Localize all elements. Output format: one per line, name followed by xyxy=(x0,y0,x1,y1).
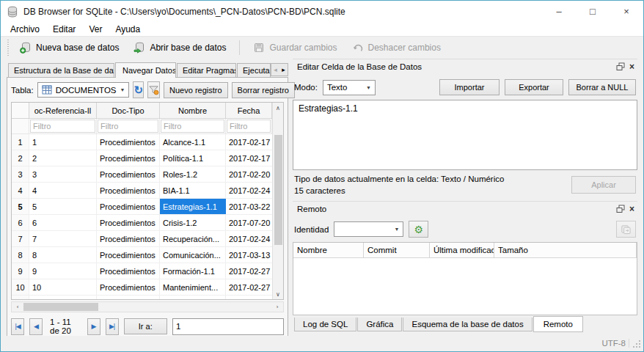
column-header-referencia[interactable]: oc-Referencia-Il xyxy=(29,103,97,118)
table-cell[interactable]: Mantenimient... xyxy=(160,279,226,295)
table-cell[interactable]: Política-1.1 xyxy=(160,150,226,166)
tab-estructura[interactable]: Estructura de la Base de datos xyxy=(8,63,114,77)
table-cell[interactable]: Procedimientos xyxy=(97,150,160,166)
column-header-nombre[interactable]: Nombre xyxy=(160,103,226,118)
row-number[interactable]: 1 xyxy=(12,134,29,150)
tab-scroll-right-icon[interactable]: ▸ xyxy=(279,64,288,76)
row-number[interactable]: 3 xyxy=(12,166,29,182)
export-button[interactable]: Exportar xyxy=(505,79,563,95)
tab-log-sql[interactable]: Log de SQL xyxy=(294,318,356,331)
tab-remoto[interactable]: Remoto xyxy=(533,316,583,332)
table-cell[interactable]: Procedimientos xyxy=(97,199,160,214)
next-page-button[interactable]: ▶ xyxy=(87,318,100,335)
vertical-scrollbar[interactable]: ∧ ∨ xyxy=(272,103,283,299)
horizontal-scroll-thumb[interactable] xyxy=(23,303,98,311)
row-number[interactable]: 6 xyxy=(12,215,29,230)
table-cell[interactable]: Comunicación... xyxy=(160,247,226,263)
menu-ayuda[interactable]: Ayuda xyxy=(109,23,147,36)
mode-select[interactable]: Texto ▼ xyxy=(323,80,376,95)
remote-column-commit[interactable]: Commit xyxy=(364,243,430,257)
table-cell[interactable]: 10 xyxy=(29,279,97,295)
table-select[interactable]: DOCUMENTOS ▼ xyxy=(37,82,130,98)
table-cell[interactable]: 5 xyxy=(29,199,97,214)
scroll-up-icon[interactable]: ∧ xyxy=(273,103,283,113)
table-cell[interactable]: Estrategias-1.1 xyxy=(160,199,226,214)
filter-input-fecha[interactable] xyxy=(227,120,271,133)
scroll-right-icon[interactable]: › xyxy=(271,302,283,312)
clear-filters-button[interactable] xyxy=(147,81,160,98)
column-header-fecha[interactable]: Fecha xyxy=(226,103,272,118)
horizontal-scrollbar[interactable]: ‹ › xyxy=(11,301,284,312)
remote-dock-title[interactable]: Remoto × xyxy=(293,201,637,216)
scroll-left-icon[interactable]: ‹ xyxy=(12,302,23,312)
table-cell[interactable]: 3 xyxy=(29,166,97,182)
vertical-scroll-thumb[interactable] xyxy=(274,135,282,245)
table-cell[interactable]: 2 xyxy=(29,150,97,166)
table-cell[interactable]: Procedimientos xyxy=(97,263,160,279)
table-cell[interactable]: Procedimientos xyxy=(97,279,160,295)
first-page-button[interactable]: |◀ xyxy=(11,318,24,335)
prev-page-button[interactable]: ◀ xyxy=(29,318,43,335)
row-number[interactable]: 2 xyxy=(12,150,29,166)
menu-archivo[interactable]: Archivo xyxy=(4,23,46,36)
table-cell[interactable]: 6 xyxy=(29,215,97,230)
table-cell[interactable]: Alcance-1.1 xyxy=(160,134,226,150)
table-cell[interactable]: BIA-1.1 xyxy=(160,183,226,198)
row-number[interactable]: 9 xyxy=(12,263,29,279)
goto-input[interactable] xyxy=(172,318,284,335)
row-number[interactable]: 10 xyxy=(12,279,29,295)
tab-editar-pragmas[interactable]: Editar Pragmas xyxy=(177,63,236,77)
new-database-button[interactable]: Nueva base de datos xyxy=(12,38,126,57)
table-row[interactable]: 77ProcedimientosRecuperación...2017-02-2… xyxy=(12,231,283,247)
table-cell[interactable]: Procedimientos xyxy=(97,215,160,230)
float-dock-icon[interactable] xyxy=(616,62,625,71)
remote-column-modificacion[interactable]: Última modificac xyxy=(430,243,494,257)
title-bar[interactable]: DB Browser for SQLite - C:\Users\yo\Docu… xyxy=(1,1,643,22)
filter-input-tipo[interactable] xyxy=(98,120,158,133)
table-row[interactable]: 33ProcedimientosRoles-1.22017-02-20 xyxy=(12,166,283,183)
last-page-button[interactable]: ▶| xyxy=(106,318,119,335)
set-null-button[interactable]: Borrar a NULL xyxy=(568,79,636,95)
table-row[interactable]: 99ProcedimientosFormación-1.12017-02-27 xyxy=(12,263,283,279)
table-row[interactable]: 22ProcedimientosPolítica-1.12017-02-17 xyxy=(12,150,283,166)
row-number[interactable]: 8 xyxy=(12,247,29,263)
table-cell[interactable]: 4 xyxy=(29,183,97,198)
tab-esquema[interactable]: Esquema de la base de datos xyxy=(403,318,532,331)
menu-editar[interactable]: Editar xyxy=(46,23,82,36)
import-button[interactable]: Importar xyxy=(439,79,500,95)
table-cell[interactable]: Procedimientos xyxy=(97,247,160,263)
column-header-tipo[interactable]: Doc-Tipo xyxy=(97,103,160,118)
table-cell[interactable]: Procedimientos xyxy=(97,166,160,182)
close-dock-icon[interactable]: × xyxy=(629,62,634,72)
cell-editor[interactable]: Estrategias-1.1 xyxy=(293,100,637,170)
new-record-button[interactable]: Nuevo registro xyxy=(164,82,228,98)
row-number[interactable]: 5 xyxy=(12,199,29,214)
float-dock-icon[interactable] xyxy=(616,205,625,213)
resize-grip[interactable] xyxy=(632,339,641,348)
identity-settings-button[interactable]: ⚙ xyxy=(409,221,428,238)
tab-grafica[interactable]: Gráfica xyxy=(357,318,402,331)
edit-cell-dock-title[interactable]: Editar Celda de la Base de Datos × xyxy=(293,59,637,73)
table-cell[interactable]: 8 xyxy=(29,247,97,263)
maximize-button[interactable]: □ xyxy=(576,1,610,22)
table-row[interactable]: 88ProcedimientosComunicación...2017-03-1… xyxy=(12,247,283,263)
minimize-button[interactable]: – xyxy=(542,1,576,22)
table-cell[interactable]: Procedimientos xyxy=(97,231,160,246)
table-cell[interactable]: 1 xyxy=(29,134,97,150)
table-cell[interactable]: 9 xyxy=(29,263,97,279)
row-number[interactable]: 4 xyxy=(12,183,29,198)
identity-select[interactable]: ▼ xyxy=(334,221,403,237)
toolbar-drag-handle[interactable] xyxy=(6,40,10,56)
table-cell[interactable]: Crisis-1.2 xyxy=(160,215,226,230)
delete-record-button[interactable]: Borrar registro xyxy=(232,82,295,98)
filter-input-nombre[interactable] xyxy=(161,120,224,133)
tab-scroll-left-icon[interactable]: ◂ xyxy=(271,64,279,76)
menu-ver[interactable]: Ver xyxy=(82,23,109,36)
close-button[interactable]: × xyxy=(610,1,643,22)
scroll-down-icon[interactable]: ∨ xyxy=(273,289,283,299)
goto-button[interactable]: Ir a: xyxy=(124,318,167,334)
table-row[interactable]: 1010ProcedimientosMantenimient...2017-02… xyxy=(12,279,283,296)
table-cell[interactable]: 7 xyxy=(29,231,97,246)
table-cell[interactable]: Formación-1.1 xyxy=(160,263,226,279)
table-cell[interactable]: Recuperación... xyxy=(160,231,226,246)
